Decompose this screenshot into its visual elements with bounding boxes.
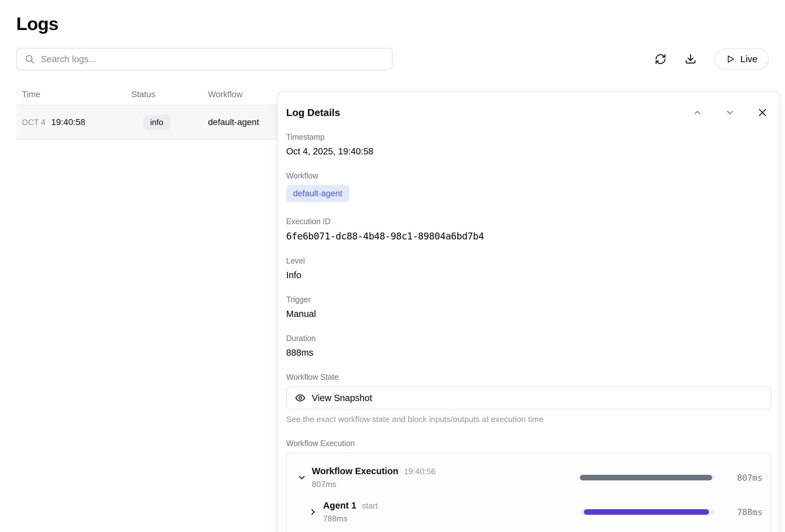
details-header-actions [689,104,771,121]
execution-row-name: Agent 1 [323,500,356,511]
field-label: Timestamp [286,133,771,141]
toolbar: Live [16,48,769,70]
toolbar-actions: Live [650,49,769,70]
log-row-time-cell: OCT 4 19:40:58 [22,117,131,127]
execution-row-duration: 788ms [323,514,580,524]
execution-id-value: 6fe6b071-dc88-4b48-98c1-89804a6bd7b4 [286,231,771,242]
refresh-button[interactable] [650,49,671,70]
execution-row-name: Workflow Execution [312,466,399,476]
column-header-status: Status [131,90,208,99]
timeline-duration-label: 788ms [726,507,762,517]
field-label: Workflow State [286,373,771,382]
timeline-duration-label: 807ms [726,473,762,483]
field-timestamp: Timestamp Oct 4, 2025, 19:40:58 [286,133,771,157]
log-details-panel: Log Details Timestamp Oct 4, 2025, 19:40… [277,91,780,532]
refresh-icon [655,53,666,65]
page-title: Logs [16,13,769,34]
execution-row-agent[interactable]: Agent 1 start 788ms 788ms [295,497,762,527]
details-title: Log Details [286,107,340,118]
expand-chevron-right-icon[interactable] [306,505,320,519]
execution-row-time: 19:40:56 [404,467,436,476]
execution-trace-box: Workflow Execution 19:40:56 807ms 807ms … [286,453,771,532]
timeline-track [580,475,715,480]
field-label: Level [286,256,771,265]
log-row-status-cell: info [131,115,208,130]
close-icon [757,107,768,118]
collapse-chevron-down-icon[interactable] [295,471,309,484]
timeline-bar-workflow [580,475,712,480]
workflow-badge[interactable]: default-agent [286,185,349,202]
eye-icon [295,393,306,403]
close-button[interactable] [754,104,771,121]
workflow-execution-section: Workflow Execution Workflow Execution 19… [286,439,771,532]
chevron-down-icon [725,108,735,117]
search-input[interactable] [41,54,384,64]
field-trigger: Trigger Manual [286,295,771,319]
timeline-bar-agent [584,509,709,515]
field-workflow-state: Workflow State View Snapshot See the exa… [286,373,771,424]
trigger-value: Manual [286,309,771,319]
live-button-label: Live [740,54,758,64]
previous-log-button[interactable] [689,104,706,121]
duration-value: 888ms [286,348,771,358]
field-label: Workflow [286,171,771,180]
execution-row-workflow[interactable]: Workflow Execution 19:40:56 807ms 807ms [295,462,762,493]
field-label: Trigger [286,295,771,304]
chevron-up-icon [692,108,703,117]
field-label: Execution ID [286,217,771,226]
download-icon [685,53,697,65]
search-box[interactable] [16,48,392,70]
view-snapshot-label: View Snapshot [312,393,372,403]
view-snapshot-button[interactable]: View Snapshot [286,386,771,409]
timeline-track [580,509,715,515]
execution-row-tag: start [362,501,378,511]
timestamp-value: Oct 4, 2025, 19:40:58 [286,146,771,157]
next-log-button[interactable] [721,104,739,121]
execution-row-info: Workflow Execution 19:40:56 807ms [309,466,580,489]
field-workflow: Workflow default-agent [286,171,771,202]
search-icon [24,54,35,64]
log-row-date: OCT 4 [22,118,46,127]
section-label: Workflow Execution [286,439,771,448]
details-header: Log Details [286,104,771,121]
live-button[interactable]: Live [715,49,769,70]
field-duration: Duration 888ms [286,334,771,358]
field-execution-id: Execution ID 6fe6b071-dc88-4b48-98c1-898… [286,217,771,242]
field-label: Duration [286,334,771,343]
download-button[interactable] [680,49,701,70]
log-row-time: 19:40:58 [51,117,85,127]
play-icon [726,54,735,64]
execution-row-info: Agent 1 start 788ms [320,500,580,524]
column-header-time: Time [22,90,131,99]
level-value: Info [286,270,771,281]
status-badge: info [143,115,170,130]
workflow-state-help: See the exact workflow state and block i… [286,415,771,424]
field-level: Level Info [286,256,771,281]
execution-row-duration: 807ms [312,479,580,489]
